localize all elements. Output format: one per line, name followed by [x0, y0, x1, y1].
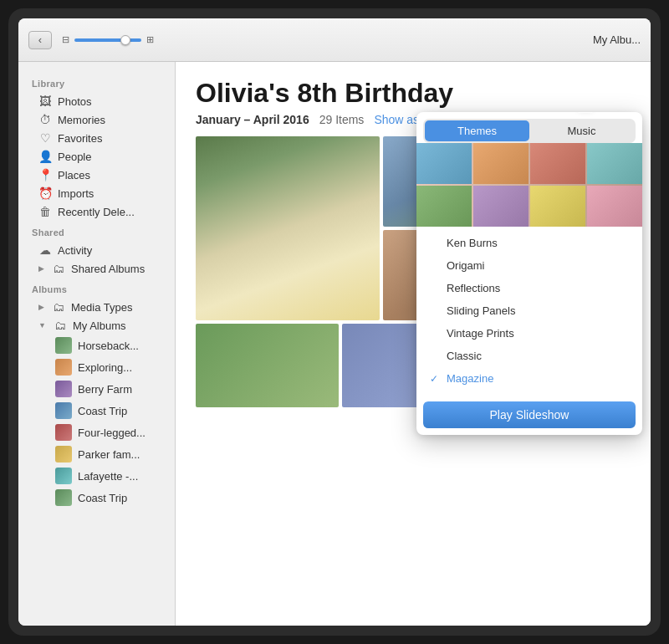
theme-classic-label: Classic — [447, 350, 482, 362]
sidebar-item-parker-fam[interactable]: Parker fam... — [22, 443, 171, 465]
sidebar: Library 🖼 Photos ⏱ Memories ♡ Favorites … — [18, 62, 176, 626]
sidebar-item-people[interactable]: 👤 People — [22, 147, 171, 166]
back-button[interactable]: ‹ — [28, 31, 52, 49]
berry-farm-thumb — [55, 381, 72, 397]
preview-img-7 — [587, 143, 642, 184]
horseback-thumb — [55, 337, 72, 354]
lafayette-thumb — [55, 468, 72, 484]
album-title: Olivia's 8th Birthday — [196, 79, 631, 108]
preview-img-8 — [587, 186, 642, 227]
folder-icon: 🗂 — [52, 262, 65, 275]
sidebar-item-memories[interactable]: ⏱ Memories — [22, 110, 171, 129]
theme-reflections-label: Reflections — [447, 282, 500, 294]
photo-3[interactable] — [196, 324, 339, 407]
zoom-in-icon: ⊞ — [146, 34, 154, 45]
preview-img-1 — [416, 143, 472, 184]
sidebar-memories-label: Memories — [58, 114, 105, 126]
favorites-icon: ♡ — [38, 131, 52, 145]
my-albums-folder-icon: 🗂 — [54, 319, 67, 332]
theme-vintage-prints[interactable]: Vintage Prints — [416, 322, 642, 345]
play-slideshow-button[interactable]: Play Slideshow — [423, 401, 636, 428]
coast-trip2-thumb — [55, 489, 72, 506]
magazine-check: ✓ — [430, 373, 442, 385]
toolbar: ‹ ⊟ ⊞ My Albu... — [18, 18, 651, 62]
sidebar-item-my-albums[interactable]: ▼ 🗂 My Albums — [22, 316, 171, 335]
sidebar-horseback-label: Horseback... — [78, 340, 139, 352]
sidebar-exploring-label: Exploring... — [78, 361, 132, 374]
photos-icon: 🖼 — [38, 95, 52, 108]
theme-ken-burns-label: Ken Burns — [447, 237, 498, 249]
sidebar-item-places[interactable]: 📍 Places — [22, 166, 171, 184]
sidebar-item-horseback[interactable]: Horseback... — [22, 335, 171, 356]
sidebar-item-exploring[interactable]: Exploring... — [22, 356, 171, 378]
back-icon: ‹ — [38, 33, 42, 46]
toolbar-title: My Albu... — [593, 33, 641, 46]
sidebar-item-imports[interactable]: ⏰ Imports — [22, 184, 171, 202]
sidebar-item-coast-trip2[interactable]: Coast Trip — [22, 487, 171, 509]
sidebar-photos-label: Photos — [58, 95, 91, 108]
zoom-out-icon: ⊟ — [62, 34, 69, 45]
cloud-icon: ☁ — [38, 243, 52, 257]
parker-fam-thumb — [55, 446, 72, 463]
sidebar-people-label: People — [58, 151, 91, 163]
theme-origami[interactable]: Origami — [416, 254, 642, 277]
sidebar-berry-farm-label: Berry Farm — [78, 383, 132, 396]
device-frame: ‹ ⊟ ⊞ My Albu... Library 🖼 Photos — [8, 8, 661, 636]
sidebar-recently-deleted-label: Recently Dele... — [58, 206, 135, 218]
sidebar-lafayette-label: Lafayette -... — [78, 470, 138, 483]
albums-section-label: Albums — [18, 278, 175, 298]
theme-origami-label: Origami — [447, 259, 485, 272]
preview-img-2 — [416, 186, 472, 227]
theme-reflections[interactable]: Reflections — [416, 277, 642, 299]
library-section-label: Library — [18, 72, 175, 92]
sidebar-item-shared-albums[interactable]: ▶ 🗂 Shared Albums — [22, 259, 171, 278]
imports-icon: ⏰ — [38, 187, 52, 200]
triangle-icon: ▶ — [38, 264, 44, 273]
sidebar-places-label: Places — [58, 169, 90, 181]
zoom-slider-group: ⊟ ⊞ — [62, 34, 154, 45]
theme-magazine-label: Magazine — [447, 372, 493, 385]
sidebar-coast-trip2-label: Coast Trip — [78, 492, 127, 504]
zoom-track[interactable] — [74, 38, 141, 42]
preview-img-4 — [473, 186, 529, 227]
music-tab[interactable]: Music — [529, 120, 634, 141]
album-item-count: 29 Items — [319, 113, 365, 126]
theme-classic[interactable]: Classic — [416, 345, 642, 367]
sidebar-activity-label: Activity — [58, 244, 92, 257]
memories-icon: ⏱ — [38, 113, 52, 126]
sidebar-item-media-types[interactable]: ▶ 🗂 Media Types — [22, 298, 171, 316]
main-layout: Library 🖼 Photos ⏱ Memories ♡ Favorites … — [18, 62, 651, 626]
slideshow-popup: Themes Music — [416, 112, 642, 435]
places-icon: 📍 — [38, 168, 52, 181]
theme-list: Ken Burns Origami Reflections Slidi — [416, 227, 642, 395]
photo-birthday-cake[interactable] — [196, 136, 380, 320]
zoom-thumb[interactable] — [120, 35, 130, 45]
sidebar-four-legged-label: Four-legged... — [78, 427, 146, 439]
popup-preview — [416, 143, 642, 227]
sidebar-shared-albums-label: Shared Albums — [71, 263, 145, 275]
sidebar-item-berry-farm[interactable]: Berry Farm — [22, 378, 171, 400]
theme-ken-burns[interactable]: Ken Burns — [416, 232, 642, 254]
preview-img-5 — [530, 143, 585, 184]
screen: ‹ ⊟ ⊞ My Albu... Library 🖼 Photos — [18, 18, 651, 626]
preview-img-6 — [530, 186, 585, 227]
themes-tab[interactable]: Themes — [425, 120, 529, 141]
theme-sliding-panels-label: Sliding Panels — [447, 304, 515, 317]
theme-sliding-panels[interactable]: Sliding Panels — [416, 299, 642, 322]
sidebar-my-albums-label: My Albums — [73, 319, 126, 332]
album-date-range: January – April 2016 — [196, 113, 309, 126]
sidebar-item-coast-trip[interactable]: Coast Trip — [22, 400, 171, 422]
sidebar-media-types-label: Media Types — [71, 301, 132, 314]
media-folder-icon: 🗂 — [52, 300, 65, 314]
sidebar-item-four-legged[interactable]: Four-legged... — [22, 422, 171, 443]
sidebar-item-lafayette[interactable]: Lafayette -... — [22, 465, 171, 487]
sidebar-item-photos[interactable]: 🖼 Photos — [22, 92, 171, 110]
people-icon: 👤 — [38, 150, 52, 163]
trash-icon: 🗑 — [38, 205, 52, 218]
sidebar-parker-fam-label: Parker fam... — [78, 448, 140, 461]
sidebar-item-recently-deleted[interactable]: 🗑 Recently Dele... — [22, 202, 171, 221]
sidebar-item-activity[interactable]: ☁ Activity — [22, 241, 171, 259]
sidebar-item-favorites[interactable]: ♡ Favorites — [22, 129, 171, 147]
theme-magazine[interactable]: ✓ Magazine — [416, 367, 642, 390]
my-albums-triangle-icon: ▼ — [38, 321, 46, 330]
